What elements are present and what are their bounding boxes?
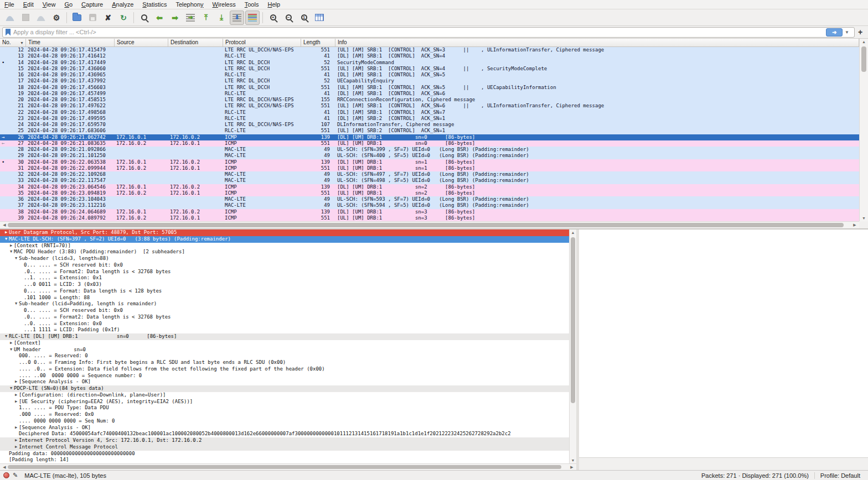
collapsed-icon[interactable]: ▶: [13, 425, 19, 431]
save-file-icon[interactable]: [85, 11, 100, 25]
packet-row-32[interactable]: 322024-04-28 09:26:22.109268MAC-LTE49UL-…: [0, 171, 859, 178]
column-header-source[interactable]: Source: [115, 39, 168, 46]
detail-row-6[interactable]: .0.. .... = Format2: Data length is < 32…: [0, 269, 569, 275]
find-packet-icon[interactable]: [137, 11, 151, 25]
detail-row-3[interactable]: ▼MAC PDU Header (3:88) (Padding:remainde…: [0, 249, 569, 255]
collapsed-icon[interactable]: ▶: [3, 229, 9, 236]
detail-row-16[interactable]: ▼RLC-LTE [DL] [UM] DRB:1 sn=0 [86-bytes]: [0, 333, 569, 340]
expanded-icon[interactable]: ▼: [3, 236, 9, 243]
details-vscrollbar[interactable]: ▲ ▼: [569, 229, 576, 463]
detail-row-14[interactable]: ..0. .... = Extension: 0x0: [0, 321, 569, 327]
menu-file[interactable]: File: [0, 1, 19, 8]
menu-tools[interactable]: Tools: [240, 1, 264, 8]
add-filter-button[interactable]: +: [855, 28, 866, 36]
menu-wireless[interactable]: Wireless: [208, 1, 240, 8]
detail-row-27[interactable]: 1... .... = PDU Type: Data PDU: [0, 405, 569, 411]
scroll-thumb[interactable]: [861, 46, 866, 72]
close-file-icon[interactable]: ✘: [101, 11, 115, 25]
packet-row-36[interactable]: 362024-04-28 09:26:23.104043MAC-LTE49UL-…: [0, 196, 859, 202]
packet-row-13[interactable]: 132024-04-28 09:26:17.416412RLC-LTE41[DL…: [0, 53, 859, 59]
filter-bookmark-icon[interactable]: [6, 29, 11, 36]
packet-row-22[interactable]: 222024-04-28 09:26:17.498568RLC-LTE41[DL…: [0, 109, 859, 116]
packet-row-16[interactable]: 162024-04-28 09:26:17.436965RLC-LTE41[DL…: [0, 72, 859, 78]
packet-row-15[interactable]: 152024-04-28 09:26:17.436060LTE RRC UL_D…: [0, 66, 859, 72]
detail-row-18[interactable]: ▼UM header sn=0: [0, 347, 569, 353]
column-header-protocol[interactable]: Protocol: [223, 39, 301, 46]
menu-telephony[interactable]: Telephony: [171, 1, 208, 8]
column-header-length[interactable]: Length: [301, 39, 335, 46]
column-header-time[interactable]: Time: [26, 39, 115, 46]
detail-row-10[interactable]: .101 1000 = Length: 88: [0, 295, 569, 301]
packet-row-31[interactable]: 312024-04-28 09:26:22.099944172.16.0.217…: [0, 165, 859, 171]
detail-row-30[interactable]: ▶[Sequence Analysis - OK]: [0, 425, 569, 431]
packet-row-33[interactable]: 332024-04-28 09:26:22.117547MAC-LTE49UL-…: [0, 178, 859, 184]
detail-row-1[interactable]: ▼MAC-LTE DL-SCH: (SFN=397 , SF=2) UEId=0…: [0, 236, 569, 243]
packet-row-25[interactable]: 252024-04-28 09:26:17.683606RLC-LTE551[U…: [0, 128, 859, 134]
expanded-icon[interactable]: ▼: [8, 347, 14, 353]
detail-row-13[interactable]: .0.. .... = Format2: Data length is < 32…: [0, 314, 569, 321]
restart-capture-icon[interactable]: [34, 11, 48, 25]
expanded-icon[interactable]: ▼: [8, 385, 14, 392]
menu-view[interactable]: View: [38, 1, 60, 8]
scroll-thumb[interactable]: [8, 223, 844, 227]
menu-statistics[interactable]: Statistics: [138, 1, 171, 8]
packet-row-29[interactable]: 292024-04-28 09:26:21.101250MAC-LTE49UL-…: [0, 153, 859, 159]
packet-row-30[interactable]: •302024-04-28 09:26:22.063538172.16.0.11…: [0, 159, 859, 165]
auto-scroll-icon[interactable]: ⬇: [230, 11, 244, 25]
column-header-info[interactable]: Info: [335, 39, 859, 46]
expanded-icon[interactable]: ▼: [13, 255, 19, 262]
column-header-no[interactable]: No.▼: [0, 39, 26, 46]
detail-row-9[interactable]: 0... .... = Format: Data length is < 128…: [0, 288, 569, 295]
packet-row-24[interactable]: 242024-04-28 09:26:17.659570LTE RRC DL_D…: [0, 122, 859, 128]
packet-row-21[interactable]: 212024-04-28 09:26:17.497622LTE RRC UL_D…: [0, 103, 859, 109]
detail-row-32[interactable]: ▶Internet Protocol Version 4, Src: 172.1…: [0, 437, 569, 444]
packet-row-14[interactable]: •142024-04-28 09:26:17.417449LTE RRC DL_…: [0, 60, 859, 66]
packet-list-vscrollbar[interactable]: ▲ ▼: [859, 39, 868, 221]
detail-row-22[interactable]: .... ..00 0000 0000 = Sequence number: 0: [0, 373, 569, 379]
packet-row-17[interactable]: 172024-04-28 09:26:17.437992LTE RRC DL_D…: [0, 78, 859, 84]
packet-row-35[interactable]: 352024-04-28 09:26:23.094819172.16.0.217…: [0, 190, 859, 196]
filter-dropdown-icon[interactable]: ▼: [843, 30, 852, 35]
packet-row-19[interactable]: 192024-04-28 09:26:17.457499RLC-LTE41[DL…: [0, 91, 859, 97]
go-to-packet-icon[interactable]: ➜: [183, 11, 198, 25]
detail-row-33[interactable]: ▶Internet Control Message Protocol: [0, 444, 569, 451]
collapsed-icon[interactable]: ▶: [13, 399, 19, 405]
detail-row-4[interactable]: ▼Sub-header (lcid=3, length=88): [0, 255, 569, 262]
detail-row-25[interactable]: ▶[Configuration: (direction=Downlink, pl…: [0, 392, 569, 399]
go-back-icon[interactable]: ⬅: [152, 11, 167, 25]
detail-row-24[interactable]: ▼PDCP-LTE (SN=0)(84 bytes data): [0, 385, 569, 392]
display-filter-input[interactable]: Apply a display filter ... <Ctrl-/> ➜ ▼: [2, 27, 855, 38]
capture-options-icon[interactable]: ⚙: [49, 11, 64, 25]
detail-row-35[interactable]: [Padding length: 14]: [0, 457, 569, 463]
packet-row-38[interactable]: 382024-04-28 09:26:24.064689172.16.0.117…: [0, 209, 859, 215]
go-last-packet-icon[interactable]: ⤓: [214, 11, 229, 25]
collapsed-icon[interactable]: ▶: [13, 379, 19, 385]
zoom-original-icon[interactable]: 1: [297, 11, 311, 25]
detail-row-0[interactable]: ▶User Datagram Protocol, Src Port: 48879…: [0, 229, 569, 236]
expanded-icon[interactable]: ▼: [3, 333, 9, 340]
detail-row-8[interactable]: ...0 0011 = LCID: 3 (0x03): [0, 281, 569, 288]
collapsed-icon[interactable]: ▶: [13, 392, 19, 399]
colorize-icon[interactable]: [245, 11, 260, 25]
go-forward-icon[interactable]: ➡: [168, 11, 182, 25]
details-hscrollbar[interactable]: ◀ ▶: [0, 463, 576, 470]
detail-row-11[interactable]: ▼Sub-header (lcid=Padding, length is rem…: [0, 301, 569, 307]
detail-row-19[interactable]: 000. .... = Reserved: 0: [0, 353, 569, 359]
detail-row-17[interactable]: ▶[Context]: [0, 340, 569, 347]
expanded-icon[interactable]: ▼: [8, 249, 14, 255]
detail-row-7[interactable]: ..1. .... = Extension: 0x1: [0, 275, 569, 281]
zoom-in-icon[interactable]: +: [266, 11, 280, 25]
detail-row-29[interactable]: .... 0000 0000 0000 = Seq Num: 0: [0, 418, 569, 425]
packet-row-39[interactable]: 392024-04-28 09:26:24.089792172.16.0.217…: [0, 215, 859, 221]
packet-list-hscrollbar[interactable]: ◀ ▶: [0, 221, 859, 228]
packet-row-12[interactable]: 122024-04-28 09:26:17.415479LTE RRC UL_D…: [0, 47, 859, 53]
detail-row-23[interactable]: ▶[Sequence Analysis - OK]: [0, 379, 569, 385]
collapsed-icon[interactable]: ▶: [13, 444, 19, 451]
menu-help[interactable]: Help: [263, 1, 285, 8]
capture-comment-icon[interactable]: ✎: [13, 472, 18, 479]
packet-row-23[interactable]: 232024-04-28 09:26:17.499595RLC-LTE41[DL…: [0, 116, 859, 122]
resize-columns-icon[interactable]: [312, 11, 327, 25]
menu-capture[interactable]: Capture: [77, 1, 107, 8]
status-profile[interactable]: Profile: Default: [820, 472, 860, 479]
detail-row-12[interactable]: 0... .... = SCH reserved bit: 0x0: [0, 307, 569, 314]
